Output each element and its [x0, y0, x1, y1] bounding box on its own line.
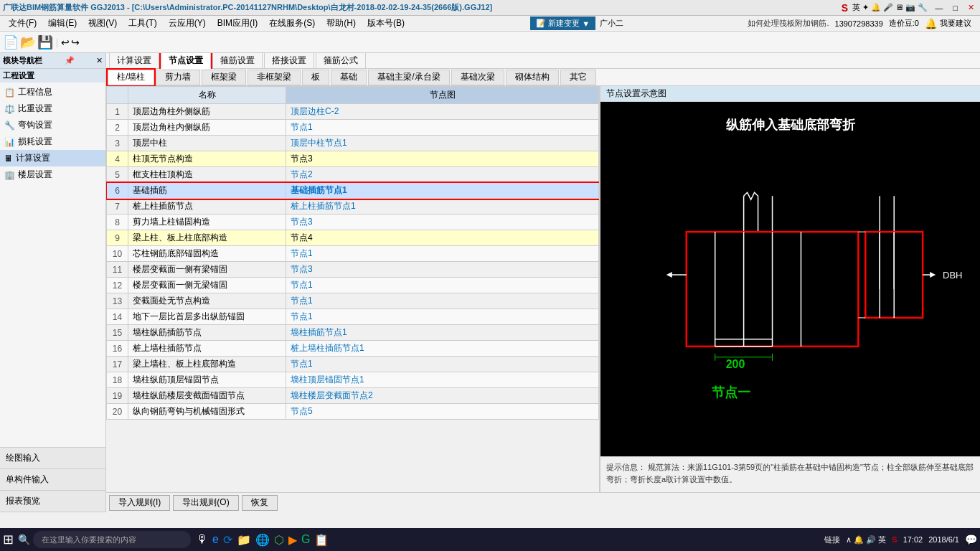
- table-row[interactable]: 2 顶层边角柱内侧纵筋 节点1: [107, 120, 599, 136]
- menu-file[interactable]: 文件(F): [3, 16, 42, 31]
- tab-non-frame-beam[interactable]: 非框架梁: [248, 70, 301, 85]
- taskbar-cortana-icon[interactable]: 🎙: [197, 533, 208, 546]
- taskbar-folder-icon[interactable]: 📁: [237, 533, 251, 547]
- tab-masonry[interactable]: 砌体结构: [506, 70, 559, 85]
- sidebar-draw-input[interactable]: 绘图输入: [0, 448, 105, 469]
- row-node[interactable]: 节点4: [286, 230, 599, 246]
- row-node[interactable]: 基础插筋节点1: [286, 183, 599, 199]
- sidebar-report-preview[interactable]: 报表预览: [0, 491, 105, 512]
- table-row[interactable]: 10 芯柱钢筋底部锚固构造 节点1: [107, 246, 599, 262]
- menu-help[interactable]: 帮助(H): [321, 16, 362, 31]
- row-node[interactable]: 桩上墙柱插筋节点1: [286, 341, 599, 357]
- taskbar-edge-icon[interactable]: ⟳: [223, 533, 232, 547]
- table-row[interactable]: 17 梁上墙柱、板上柱底部构造 节点1: [107, 357, 599, 372]
- table-row[interactable]: 14 地下一层比首层多出纵筋锚固 节点1: [107, 309, 599, 325]
- sidebar-single-input[interactable]: 单构件输入: [0, 469, 105, 491]
- toolbar-save[interactable]: 💾: [37, 34, 53, 50]
- tab-shear-wall[interactable]: 剪力墙: [156, 70, 200, 85]
- tab-node-settings[interactable]: 节点设置: [161, 53, 211, 69]
- taskbar-windows-icon[interactable]: ⊞: [3, 532, 14, 547]
- row-node[interactable]: 节点1: [286, 120, 599, 136]
- win-maximize[interactable]: □: [950, 4, 961, 12]
- export-rules-button[interactable]: 导出规则(O): [173, 495, 238, 511]
- taskbar-app4-icon[interactable]: ▶: [288, 533, 297, 547]
- tab-frame-beam[interactable]: 框架梁: [202, 70, 246, 85]
- tab-splice-settings[interactable]: 搭接设置: [264, 53, 314, 68]
- tab-foundation-main-beam[interactable]: 基础主梁/承台梁: [368, 70, 449, 85]
- table-row[interactable]: 5 框支柱柱顶构造 节点2: [107, 167, 599, 183]
- tab-stirrup-formula[interactable]: 箍筋公式: [316, 53, 366, 68]
- row-node[interactable]: 桩上柱插筋节点1: [286, 199, 599, 215]
- row-node[interactable]: 节点3: [286, 262, 599, 278]
- import-rules-button[interactable]: 导入规则(I): [109, 495, 170, 511]
- menu-version[interactable]: 版本号(B): [362, 16, 410, 31]
- tab-foundation[interactable]: 基础: [331, 70, 367, 85]
- table-row[interactable]: 11 楼层变截面一侧有梁锚固 节点3: [107, 262, 599, 278]
- user-name[interactable]: 广小二: [595, 18, 628, 29]
- menu-cloud[interactable]: 云应用(Y): [163, 16, 212, 31]
- sidebar-item-hook-settings[interactable]: 🔧 弯钩设置: [0, 117, 105, 133]
- tab-other[interactable]: 其它: [560, 70, 596, 85]
- toolbar-redo[interactable]: ↪: [71, 37, 80, 48]
- table-row[interactable]: 18 墙柱纵筋顶层锚固节点 墙柱顶层锚固节点1: [107, 372, 599, 388]
- row-node[interactable]: 节点1: [286, 357, 599, 372]
- table-row[interactable]: 15 墙柱纵筋插筋节点 墙柱插筋节点1: [107, 325, 599, 341]
- tab-slab[interactable]: 板: [302, 70, 329, 85]
- table-row[interactable]: 12 楼层变截面一侧无梁锚固 节点1: [107, 278, 599, 293]
- table-row[interactable]: 4 柱顶无节点构造 节点3: [107, 151, 599, 167]
- toolbar-undo[interactable]: ↩: [61, 37, 70, 48]
- row-node[interactable]: 节点1: [286, 309, 599, 325]
- table-row[interactable]: 20 纵向钢筋弯钩与机械锚固形式 节点5: [107, 404, 599, 420]
- sidebar-close[interactable]: ✕: [96, 56, 103, 65]
- table-row[interactable]: 19 墙柱纵筋楼层变截面锚固节点 墙柱楼层变截面节点2: [107, 388, 599, 404]
- taskbar-search-bar[interactable]: 在这里输入你要搜索的内容: [33, 531, 191, 548]
- table-row[interactable]: 9 梁上柱、板上柱底部构造 节点4: [107, 230, 599, 246]
- menu-edit[interactable]: 编辑(E): [42, 16, 83, 31]
- taskbar-app6-icon[interactable]: 📋: [314, 533, 329, 547]
- row-node[interactable]: 节点1: [286, 278, 599, 293]
- table-row[interactable]: 8 剪力墙上柱锚固构造 节点3: [107, 215, 599, 230]
- menu-view[interactable]: 视图(V): [83, 16, 123, 31]
- menu-online[interactable]: 在线服务(S): [263, 16, 321, 31]
- toolbar-open[interactable]: 📂: [20, 34, 36, 50]
- row-node[interactable]: 顶层中柱节点1: [286, 136, 599, 151]
- taskbar-msg-icon[interactable]: 💬: [965, 534, 977, 545]
- tab-foundation-secondary-beam[interactable]: 基础次梁: [451, 70, 504, 85]
- row-node[interactable]: 顶层边柱C-2: [286, 104, 599, 120]
- sidebar-item-specific-gravity[interactable]: ⚖️ 比重设置: [0, 100, 105, 117]
- menu-tools[interactable]: 工具(T): [123, 16, 162, 31]
- tab-stirrup-settings[interactable]: 箍筋设置: [212, 53, 263, 68]
- row-node[interactable]: 节点3: [286, 215, 599, 230]
- row-node[interactable]: 节点5: [286, 404, 599, 420]
- suggest-btn[interactable]: 我要建议: [940, 18, 971, 29]
- win-close[interactable]: ✕: [965, 3, 977, 12]
- sidebar-item-calc-settings[interactable]: 🖩 计算设置: [0, 150, 105, 166]
- table-row[interactable]: 13 变截面处无节点构造 节点1: [107, 293, 599, 309]
- taskbar-app2-icon[interactable]: 🌐: [255, 533, 270, 547]
- taskbar-app3-icon[interactable]: ⬡: [274, 533, 284, 547]
- row-node[interactable]: 墙柱顶层锚固节点1: [286, 372, 599, 388]
- sidebar-item-loss-settings[interactable]: 📊 损耗设置: [0, 133, 105, 150]
- sidebar-item-floor-settings[interactable]: 🏢 楼层设置: [0, 166, 105, 183]
- taskbar-ie-icon[interactable]: e: [212, 533, 219, 546]
- sidebar-item-engineering-info[interactable]: 📋 工程信息: [0, 84, 105, 100]
- sidebar-pin[interactable]: 📌: [65, 56, 75, 65]
- table-row[interactable]: 3 顶层中柱 顶层中柱节点1: [107, 136, 599, 151]
- row-node[interactable]: 节点1: [286, 293, 599, 309]
- row-node[interactable]: 节点3: [286, 151, 599, 167]
- bell-icon[interactable]: 🔔: [925, 18, 937, 29]
- row-node[interactable]: 墙柱插筋节点1: [286, 325, 599, 341]
- table-row[interactable]: 7 桩上柱插筋节点 桩上柱插筋节点1: [107, 199, 599, 215]
- table-row[interactable]: 16 桩上墙柱插筋节点 桩上墙柱插筋节点1: [107, 341, 599, 357]
- taskbar-app5-icon[interactable]: G: [301, 533, 310, 546]
- row-node[interactable]: 墙柱楼层变截面节点2: [286, 388, 599, 404]
- row-node[interactable]: 节点1: [286, 246, 599, 262]
- win-minimize[interactable]: —: [932, 4, 946, 12]
- toolbar-new[interactable]: 📄: [3, 34, 19, 50]
- new-change-button[interactable]: 📝 新建变更 ▼: [530, 17, 595, 30]
- table-row[interactable]: 6 基础插筋 基础插筋节点1: [107, 183, 599, 199]
- tab-calc-settings[interactable]: 计算设置: [109, 53, 159, 68]
- row-node[interactable]: 节点2: [286, 167, 599, 183]
- table-row[interactable]: 1 顶层边角柱外侧纵筋 顶层边柱C-2: [107, 104, 599, 120]
- menu-bim[interactable]: BIM应用(I): [212, 16, 264, 31]
